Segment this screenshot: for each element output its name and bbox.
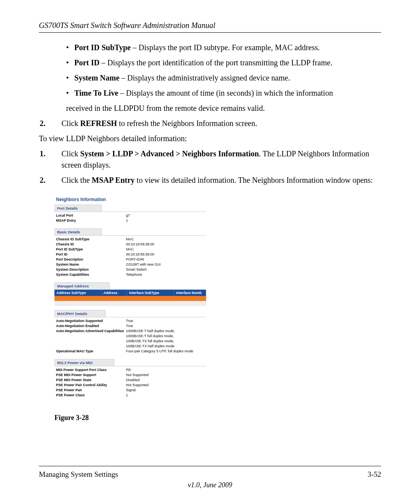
- table-row: [54, 301, 206, 306]
- bullet-time-to-live: Time To Live – Displays the amount of ti…: [66, 88, 381, 99]
- section-macphy-details: MAC/PHY Details Auto-Negotiation Support…: [54, 310, 206, 355]
- section-header: Basic Details: [54, 228, 102, 236]
- bullet-port-id-subtype: Port ID SubType – Displays the port ID s…: [66, 42, 381, 53]
- row-operational-mau-type: Operational MAU TypeFour-pair Category 5…: [56, 348, 205, 354]
- row-pse-mdi-power-state: PSE MDI Power StateDisabled: [56, 377, 205, 382]
- row-system-capabilities: System CapabilitiesTelephone: [56, 272, 205, 277]
- row-port-description: Port DescriptionPORT-ID#8: [56, 257, 205, 262]
- col-address-subtype: Address SubType: [54, 290, 102, 296]
- row-chassis-id-subtype: Chassis ID SubTypeMAC: [56, 236, 205, 242]
- footer-page-number: 3-52: [368, 470, 381, 479]
- col-interface-subtype: Interface SubType: [127, 290, 174, 296]
- running-head: GS700TS Smart Switch Software Administra…: [39, 21, 381, 30]
- figure-caption: Figure 3-28: [54, 414, 381, 422]
- section-managed-address: Managed Address Address SubType Address …: [54, 282, 206, 306]
- row-port-id: Port ID00:10:18:58:36:00: [56, 252, 205, 257]
- row-autoneg-enabled: Auto-Negotiation EnabledTrue: [56, 323, 205, 328]
- section-header: MAC/PHY Details: [54, 310, 106, 317]
- top-rule: [39, 32, 381, 33]
- row-system-description: System DescriptionSmart Switch: [56, 267, 205, 272]
- section-port-details: Port Details Local Portg7 MSAP Entry1: [54, 205, 206, 224]
- row-pse-mdi-power-support: PSE MDI Power SupportNot Supported: [56, 372, 205, 377]
- row-msap-entry: MSAP Entry1: [56, 218, 205, 223]
- row-autoneg-adv-caps-3: 100BASE-TX full duplex mode,: [56, 338, 205, 343]
- table-row: [54, 296, 206, 301]
- row-autoneg-adv-caps: Auto-Negotiation Advertised Capabilities…: [56, 328, 205, 333]
- bullet-continuation: received in the LLDPDU from the remote d…: [66, 103, 381, 114]
- step-refresh: 2.Click REFRESH to refresh the Neighbors…: [51, 118, 381, 129]
- section-header: Port Details: [54, 205, 102, 212]
- footer-version: v1.0, June 2009: [39, 481, 381, 489]
- step-navigate: 1.Click System > LLDP > Advanced > Neigh…: [51, 148, 381, 171]
- row-autoneg-adv-caps-4: 100BASE-TX half duplex mode: [56, 343, 205, 348]
- section-power-mdi: 802.3 Power via MDI MDI Power Support Po…: [54, 359, 206, 399]
- bottom-rule: [39, 466, 381, 466]
- step-msap-entry: 2.Click the MSAP Entry to view its detai…: [51, 175, 381, 186]
- view-steps: 1.Click System > LLDP > Advanced > Neigh…: [51, 148, 381, 186]
- managed-address-table-head: Address SubType Address Interface SubTyp…: [54, 290, 206, 296]
- figure-3-28: Neighbors Information Port Details Local…: [54, 194, 381, 422]
- bullet-port-id: Port ID – Displays the port identificati…: [66, 57, 381, 68]
- row-pse-pair-control: PSE Power Pair Control AbilityNot Suppor…: [56, 382, 205, 387]
- section-header: 802.3 Power via MDI: [54, 359, 114, 366]
- neighbors-info-panel: Neighbors Information Port Details Local…: [54, 194, 206, 407]
- col-interface-number: Interface Numb: [174, 290, 206, 296]
- row-local-port: Local Portg7: [56, 213, 205, 218]
- page-footer: Managing System Settings 3-52 v1.0, June…: [39, 466, 381, 489]
- section-header: Managed Address: [54, 282, 110, 290]
- step-refresh-list: 2.Click REFRESH to refresh the Neighbors…: [51, 118, 381, 129]
- field-bullets: Port ID SubType – Displays the port ID s…: [66, 42, 381, 99]
- row-mdi-power-class: MDI Power Support Port ClassPD: [56, 367, 205, 372]
- panel-title: Neighbors Information: [54, 196, 206, 205]
- section-basic-details: Basic Details Chassis ID SubTypeMAC Chas…: [54, 228, 206, 278]
- row-autoneg-supported: Auto-Negotiation SupportedTrue: [56, 318, 205, 323]
- bullet-system-name: System Name – Displays the administrativ…: [66, 72, 381, 84]
- row-system-name: System NameGS108T with new GUI: [56, 262, 205, 267]
- row-autoneg-adv-caps-2: 1000BASE-T full duplex mode,: [56, 333, 205, 338]
- row-port-id-subtype: Port ID SubTypeMAC: [56, 247, 205, 252]
- footer-section-title: Managing System Settings: [39, 470, 118, 479]
- row-pse-power-pair: PSE Power PairSignal: [56, 387, 205, 392]
- row-pse-power-class: PSE Power Class1: [56, 392, 205, 397]
- para-view-neighbors: To view LLDP Neighbors detailed informat…: [39, 133, 381, 144]
- row-chassis-id: Chassis ID00:10:18:58:36:00: [56, 242, 205, 247]
- col-address: Address: [102, 290, 127, 296]
